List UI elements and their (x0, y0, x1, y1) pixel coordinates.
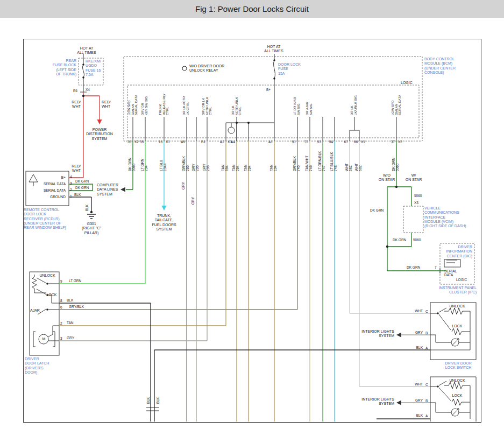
vcim-box (403, 206, 423, 233)
pin-label: 54 (325, 140, 333, 144)
tan-wires (59, 141, 274, 422)
wire-tan (59, 141, 274, 422)
switch2-pin-a: A (425, 414, 430, 418)
rcdlr-pin2: 2 (70, 188, 74, 192)
bcm-fn-trunk-release: TRUNK RELEASE RLY CTRL (159, 93, 169, 115)
dic-label: DRIVER INFORMATION CENTER (DIC) (444, 245, 472, 258)
interior-lights-arrow-icon (396, 401, 401, 405)
fuse-terminal-dot (273, 78, 275, 80)
ipc-label: INSTRUMENT PANEL CLUSTER (IPC) (429, 286, 477, 295)
wire-label: TAN 194 (269, 164, 278, 171)
wire-label: GRY 295 (191, 164, 200, 171)
internal-black-lines (29, 54, 470, 419)
junction-dot (247, 122, 250, 124)
pin-label: 37 (387, 140, 395, 144)
connector-x4-label: X4 (86, 88, 93, 92)
interior-lights-system-label: INTERIOR LIGHTS SYSTEM (351, 329, 394, 339)
gry-label: GRY (406, 398, 423, 402)
hot-at-all-times-bcm: HOT AT ALL TIMES (261, 45, 286, 54)
conn-x3-label: X3 (414, 201, 424, 205)
bcm-logic-box (127, 85, 419, 138)
rcdlr-row-serial2: SERIAL DATA (36, 188, 66, 192)
wire-label: DK GRN 5060 (392, 158, 400, 171)
contact-dot (46, 283, 48, 285)
driver-door-lock-switch-label: DRIVER DOOR LOCK SWITCH (439, 361, 478, 370)
latch-pin6: 6 (60, 305, 65, 309)
blk-label: BLK (67, 298, 77, 302)
bcm-label: BODY CONTROL MODULE (BCM) (UNDER CENTER … (424, 57, 470, 75)
latch-ajar-label: AJAR (30, 308, 44, 313)
connector-e6-label: E6 (73, 89, 80, 93)
interior-lights-system-label: INTERIOR LIGHTS SYSTEM (351, 397, 394, 406)
circuit-5060-label: 5060 (413, 238, 425, 242)
trunk-tailgate-system-label: TRUNK, TAILGATE, FUEL DOORS SYSTEM (150, 214, 178, 231)
serial-data-label: SERIAL DATA (444, 269, 464, 277)
dk-grn-wires (69, 141, 446, 271)
ground-dot (90, 211, 93, 213)
junction-dot (82, 95, 84, 97)
contact-dot (437, 385, 439, 388)
pin-label: A1 (265, 140, 273, 144)
blk-rot-label: BLK (85, 205, 89, 211)
pin-label: 16 (155, 140, 162, 144)
wire-label: TAN 694 (221, 164, 229, 171)
gry-label: GRY (67, 336, 77, 340)
blk-tag: BLK (146, 397, 150, 404)
computer-data-lines-system-label: COMPUTER DATA LINES SYSTEM (97, 183, 122, 197)
blk-tag: BLK (156, 397, 160, 404)
contact-dot (46, 308, 48, 311)
fuse-terminal-dot (82, 76, 84, 79)
bcm-internal-stubs (133, 117, 396, 141)
relay-note-symbol (182, 66, 187, 71)
tan-label: TAN (67, 321, 77, 325)
dk-grn-label: DK GRN (370, 208, 385, 212)
latch-pin2: 2 (60, 321, 65, 325)
rcdlr-row-serial1: SERIAL DATA (36, 182, 66, 186)
pin-label: 66 (350, 140, 358, 144)
switch2-pin-c: C (425, 383, 430, 387)
blk-label: BLK (406, 413, 423, 417)
wire-label: TAN/WHT 746 (305, 156, 313, 171)
g301-ground-label: G301 (RIGHT "C" PILLAR) (77, 222, 105, 235)
bcm-fn-lkunlk-sig: DR LK LK/UNLK SIG (350, 95, 357, 115)
fuse-terminal-dot (82, 64, 84, 66)
switch1-pin-a: A (425, 346, 430, 350)
conn-label: X1 (166, 140, 174, 144)
switch2-lock-label: LOCK (443, 394, 471, 398)
pin-label: A4 (228, 140, 235, 144)
fuse-element-doorlock (274, 60, 275, 79)
relay-coil-symbol (228, 127, 235, 134)
conn-label: X2 (398, 140, 407, 144)
wo-driver-door-unlock-relay-note: W/O DRIVER DOOR UNLOCK RELAY (189, 64, 239, 73)
bcm-fn-lf-ajar: LF DR AJAR SW SIG (293, 97, 300, 115)
red-wht-label: RED/ WHT (67, 100, 81, 109)
bcm-logic-label: LOGIC (401, 81, 417, 85)
ipc-pin7: 7 (435, 265, 439, 269)
gry-blk-wires (59, 141, 297, 422)
red-wht-label: RED/ WHT (66, 164, 81, 173)
interior-lights-arrow-icon (396, 333, 401, 338)
bcm-lkunlk-tie (350, 117, 359, 141)
pin-label: 53 (314, 140, 321, 144)
bcm-fn-lock-ctrl: DR LK ACTR LK CTRL (182, 96, 189, 115)
pin-label: 35 (136, 140, 144, 144)
pin-label: 51 (288, 140, 296, 144)
latch-pin3: 3 (60, 336, 65, 340)
wht-label: WHT (406, 309, 423, 313)
junction-dot (386, 245, 388, 248)
rcdlr-row-ground: GROUND (36, 195, 66, 199)
bcm-fn-serial-data: LOW SPD GMLAN SERIAL DATA (127, 95, 138, 115)
vcim-label: VEHICLE COMMUNICATIONS INTERFACE MODULE … (424, 206, 479, 228)
bplus-label: B+ (266, 88, 273, 92)
bcm-fn-dr-ajar: DR AJAR SW SIG (306, 102, 313, 115)
wire-label: TAN 294 (244, 164, 252, 171)
wht-label: WHT (406, 382, 423, 386)
junction-dot (236, 122, 238, 124)
wire-label: LT BLU 1344 (159, 160, 167, 171)
bcm-fn-serial-data2: LOW SPD GMLAN SERIAL DATA (391, 95, 402, 115)
wire-label: WHT 682 (345, 163, 353, 171)
rcdlr-pin3: 3 (70, 181, 74, 185)
rcdlr-pin1: 1 (70, 194, 74, 198)
bcm-relay-bridge (226, 123, 274, 141)
bcm-fn-key-sw: DRV DR KEY SW SIG (141, 96, 148, 115)
